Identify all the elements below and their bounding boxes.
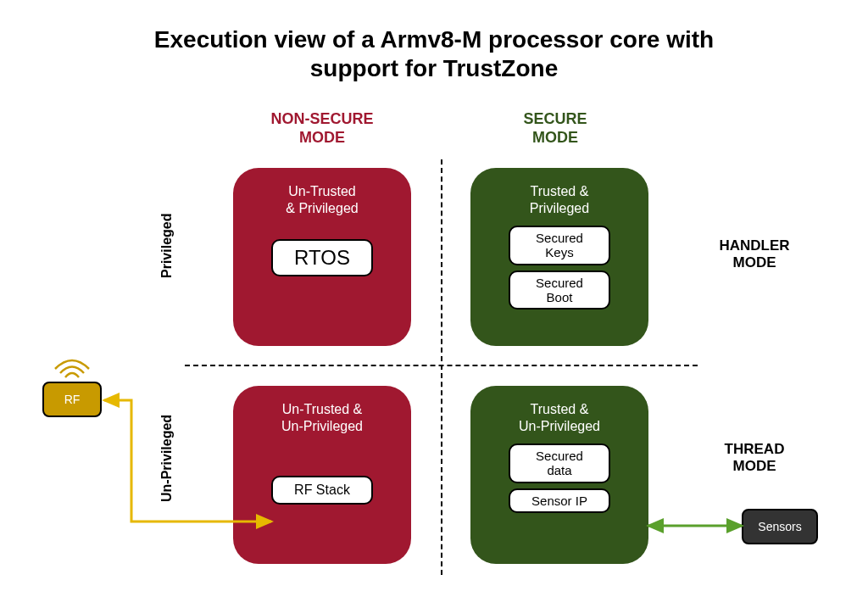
divider-horizontal xyxy=(185,365,698,366)
connector-sensors xyxy=(644,517,754,534)
divider-vertical xyxy=(441,159,442,575)
pill-secured-boot: SecuredBoot xyxy=(509,271,610,310)
pill-secured-keys: SecuredKeys xyxy=(509,226,610,265)
pill-rtos: RTOS xyxy=(271,239,373,276)
block-header: Trusted &Un-Privileged xyxy=(482,401,637,435)
col-header-secure: SECUREMODE xyxy=(470,110,640,147)
rf-label: RF xyxy=(64,393,81,406)
pill-secured-data: Secureddata xyxy=(509,443,610,483)
col-header-nonsecure: NON-SECUREMODE xyxy=(237,110,407,147)
wifi-icon xyxy=(51,348,93,382)
title-line-1: Execution view of a Armv8-M processor co… xyxy=(154,26,714,53)
block-header: Un-Trusted& Privileged xyxy=(245,183,399,217)
block-trusted-privileged: Trusted &Privileged SecuredKeys SecuredB… xyxy=(470,168,648,346)
row-label-unprivileged: Un-Privileged xyxy=(159,394,175,522)
sensors-module: Sensors xyxy=(742,509,818,544)
rf-module: RF xyxy=(42,382,102,417)
pill-sensor-ip: Sensor IP xyxy=(509,488,610,513)
block-untrusted-privileged: Un-Trusted& Privileged RTOS xyxy=(233,168,411,346)
pill-rf-stack: RF Stack xyxy=(271,476,373,505)
block-trusted-unprivileged: Trusted &Un-Privileged Secureddata Senso… xyxy=(470,386,648,564)
row-label-thread: THREADMODE xyxy=(704,441,805,476)
block-header: Un-Trusted &Un-Privileged xyxy=(245,401,399,435)
title-line-2: support for TrustZone xyxy=(310,55,558,81)
block-header: Trusted &Privileged xyxy=(482,183,637,217)
block-untrusted-unprivileged: Un-Trusted &Un-Privileged RF Stack xyxy=(233,386,411,564)
sensors-label: Sensors xyxy=(758,520,801,533)
row-label-handler: HANDLERMODE xyxy=(704,237,805,272)
diagram-title: Execution view of a Armv8-M processor co… xyxy=(0,25,868,82)
row-label-privileged: Privileged xyxy=(159,187,175,305)
